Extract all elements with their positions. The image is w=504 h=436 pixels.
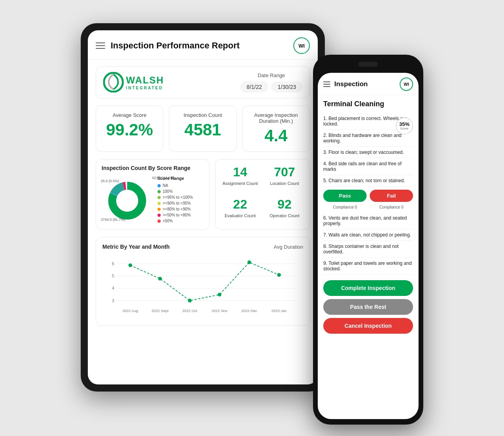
pass-rest-button[interactable]: Pass the Rest <box>323 299 413 315</box>
svg-text:2022 Dec: 2022 Dec <box>241 309 258 313</box>
logo-area: WALSH INTEGRATED <box>103 72 234 92</box>
cancel-inspection-button[interactable]: Cancel Inspection <box>323 318 413 334</box>
tablet-device: Inspection Performance Report WI <box>81 23 325 392</box>
avg-duration-badge: Avg Duration <box>274 244 303 250</box>
stat-label-avg-duration: Average Inspection Duration (Min.) <box>249 112 303 124</box>
legend-item-50: >=50% to <80% <box>158 213 193 217</box>
svg-point-6 <box>117 190 137 211</box>
donut-label-bottom-left: 3744.0 (81.7%) <box>101 218 125 222</box>
phone-wi-badge: WI <box>400 78 413 91</box>
stat-card-inspection-count: Inspection Count 4581 <box>169 105 237 152</box>
phone-header: Inspection WI <box>318 73 419 95</box>
checklist-item-9: 9. Toilet paper and towels are working a… <box>323 258 413 275</box>
tablet-page-title: Inspection Performance Report <box>111 41 293 51</box>
line-chart-header: Metric By Year and Month Avg Duration <box>102 244 303 250</box>
stat-value-inspection-count: 4581 <box>184 120 221 139</box>
donut-label-top-left: 25.0 (0.5%) <box>101 179 119 183</box>
svg-text:3: 3 <box>112 298 114 303</box>
mini-stat-location: 707 Location Count <box>265 165 304 192</box>
legend-label-na: NA <box>163 183 168 188</box>
walsh-logo-icon <box>103 72 124 92</box>
donut-chart-svg <box>106 179 149 222</box>
pass-button[interactable]: Pass <box>323 190 367 202</box>
score-label: Score <box>400 127 409 130</box>
stat-label-inspection-count: Inspection Count <box>183 112 222 118</box>
legend-dot-95 <box>158 196 161 199</box>
tablet-screen: Inspection Performance Report WI <box>88 30 318 384</box>
compliance-fail-text: Compliance 0 <box>370 205 413 209</box>
svg-point-22 <box>158 277 162 280</box>
checklist-item-3: 3. Floor is clean; swept or vaccuumed. <box>323 147 413 158</box>
legend-item-100: 100% <box>158 189 193 194</box>
legend-item-90: >=90% to <95% <box>158 201 193 205</box>
phone-device: Inspection WI 35% Score Terminal Cleanin… <box>313 55 423 425</box>
date-end[interactable]: 1/30/23 <box>271 81 302 92</box>
inspection-section-title: Terminal Cleaning <box>323 100 413 108</box>
logo-date-row: WALSH INTEGRATED Date Range 8/1/22 1/30/… <box>96 66 310 98</box>
legend-dot-lt50 <box>158 220 161 223</box>
action-buttons: Complete Inspection Pass the Rest Cancel… <box>323 280 413 334</box>
hamburger-menu-icon[interactable] <box>96 42 105 49</box>
svg-text:2022 Aug: 2022 Aug <box>122 309 138 313</box>
tablet-header: Inspection Performance Report WI <box>88 30 318 60</box>
walsh-subtitle: INTEGRATED <box>126 86 164 90</box>
stat-label-avg-score: Average Score <box>113 112 146 118</box>
mini-stat-value-evaluator: 22 <box>233 197 247 212</box>
complete-inspection-button[interactable]: Complete Inspection <box>323 280 413 296</box>
phone-hamburger-icon[interactable] <box>323 81 330 87</box>
svg-text:2023 Jan: 2023 Jan <box>271 309 287 313</box>
donut-chart-inner: 25.0 (0.5%) 623.0 (13.6%) 3744.0 (81.7%) <box>102 175 204 224</box>
mini-stat-operator: 92 Operator Count <box>265 197 304 224</box>
mini-stat-assignment: 14 Assignment Count <box>221 165 260 192</box>
phone-screen: Inspection WI 35% Score Terminal Cleanin… <box>318 73 419 419</box>
svg-text:4: 4 <box>112 286 114 290</box>
donut-wrapper: 25.0 (0.5%) 623.0 (13.6%) 3744.0 (81.7%) <box>102 175 153 224</box>
svg-text:5: 5 <box>112 273 114 278</box>
date-start[interactable]: 8/1/22 <box>240 81 268 92</box>
mini-stat-evaluator: 22 Evaluator Count <box>221 197 260 224</box>
checklist-item-8: 8. Sharps container is clean and not ove… <box>323 241 413 258</box>
line-chart-svg: 6 5 4 3 2022 Aug 2022 Sept 2022 Oct 2022… <box>102 255 303 318</box>
legend-dot-90 <box>158 202 161 205</box>
checklist-item-5: 5. Chairs are clean; not torn or stained… <box>323 175 413 187</box>
stat-value-avg-duration: 4.4 <box>265 126 287 145</box>
wi-avatar-badge: WI <box>293 37 310 54</box>
svg-point-24 <box>218 293 221 296</box>
score-badge: 35% Score <box>396 117 413 135</box>
middle-row: Inspection Count By Score Range 25.0 (0.… <box>96 159 310 230</box>
mini-stats-card: 14 Assignment Count 707 Location Count 2… <box>215 159 310 230</box>
legend-item-95: >=95% to <100% <box>158 195 193 200</box>
date-range-section: Date Range 8/1/22 1/30/23 <box>240 72 302 92</box>
date-range-label: Date Range <box>258 72 285 78</box>
legend-dot-100 <box>158 190 161 193</box>
walsh-logo-text: WALSH INTEGRATED <box>126 75 164 90</box>
svg-point-26 <box>277 273 281 277</box>
legend-label-lt50: <50% <box>163 219 173 223</box>
compliance-pass-text: Compliance 0 <box>323 205 367 209</box>
svg-text:2022 Nov: 2022 Nov <box>211 309 228 313</box>
mini-stat-label-location: Location Count <box>270 181 299 186</box>
svg-point-1 <box>110 79 117 85</box>
legend-label-95: >=95% to <100% <box>163 195 193 200</box>
legend-label-90: >=90% to <95% <box>163 201 191 205</box>
stats-row: Average Score 99.2% Inspection Count 458… <box>96 105 310 152</box>
legend-dot-50 <box>158 214 161 217</box>
date-inputs: 8/1/22 1/30/23 <box>240 81 302 92</box>
donut-label-top-right: 623.0 (13.6%) <box>152 176 174 180</box>
tablet-content: WALSH INTEGRATED Date Range 8/1/22 1/30/… <box>88 60 318 332</box>
score-percentage: 35% <box>399 122 410 127</box>
svg-text:2022 Sept: 2022 Sept <box>152 309 169 313</box>
line-chart-title: Metric By Year and Month <box>102 244 170 250</box>
svg-point-25 <box>247 260 251 264</box>
chart-legend: Score Range NA 100% <box>158 176 193 223</box>
legend-label-100: 100% <box>163 189 173 194</box>
donut-chart-title: Inspection Count By Score Range <box>102 165 204 171</box>
fail-button[interactable]: Fail <box>370 190 413 202</box>
walsh-logo: WALSH INTEGRATED <box>103 72 234 92</box>
legend-label-50: >=50% to <80% <box>163 213 191 217</box>
mini-stat-label-operator: Operator Count <box>270 213 300 218</box>
mini-stat-value-assignment: 14 <box>233 165 247 179</box>
phone-notch <box>352 62 384 70</box>
legend-item-lt50: <50% <box>158 219 193 223</box>
legend-item-na: NA <box>158 183 193 188</box>
